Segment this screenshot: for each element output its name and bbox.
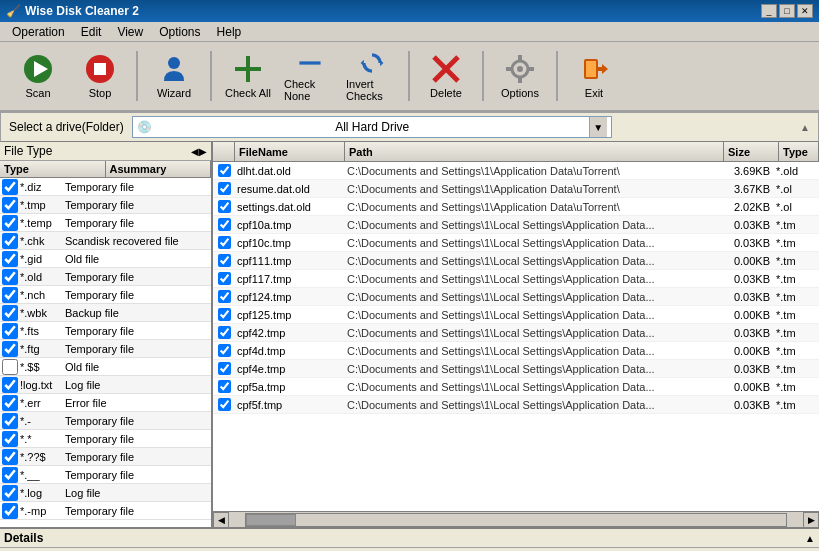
file-type-row[interactable]: *.$$ Old file (0, 358, 211, 376)
ft-checkbox[interactable] (2, 323, 18, 339)
row-check[interactable] (213, 344, 235, 357)
row-check[interactable] (213, 236, 235, 249)
file-type-row[interactable]: *.__ Temporary file (0, 466, 211, 484)
row-checkbox[interactable] (218, 290, 231, 303)
row-checkbox[interactable] (218, 398, 231, 411)
row-checkbox[interactable] (218, 164, 231, 177)
table-row[interactable]: cpf10c.tmp C:\Documents and Settings\1\L… (213, 234, 819, 252)
ft-checkbox[interactable] (2, 305, 18, 321)
scroll-up-arrow[interactable]: ▲ (800, 122, 810, 133)
row-check[interactable] (213, 200, 235, 213)
row-check[interactable] (213, 272, 235, 285)
scan-button[interactable]: Scan (8, 46, 68, 106)
ft-checkbox[interactable] (2, 467, 18, 483)
file-type-row[interactable]: *.chk Scandisk recovered file (0, 232, 211, 250)
menu-options[interactable]: Options (151, 23, 208, 41)
menu-help[interactable]: Help (209, 23, 250, 41)
ft-checkbox[interactable] (2, 485, 18, 501)
row-check[interactable] (213, 290, 235, 303)
row-checkbox[interactable] (218, 200, 231, 213)
table-row[interactable]: cpf111.tmp C:\Documents and Settings\1\L… (213, 252, 819, 270)
ft-checkbox[interactable] (2, 449, 18, 465)
row-checkbox[interactable] (218, 326, 231, 339)
row-check[interactable] (213, 218, 235, 231)
options-button[interactable]: Options (490, 46, 550, 106)
hscroll-thumb[interactable] (246, 514, 296, 526)
ft-checkbox[interactable] (2, 395, 18, 411)
ft-checkbox[interactable] (2, 287, 18, 303)
row-checkbox[interactable] (218, 182, 231, 195)
row-check[interactable] (213, 326, 235, 339)
file-type-row[interactable]: *.fts Temporary file (0, 322, 211, 340)
file-type-row[interactable]: *.diz Temporary file (0, 178, 211, 196)
hscroll-right[interactable]: ▶ (803, 512, 819, 528)
row-checkbox[interactable] (218, 362, 231, 375)
file-list-hscroll[interactable]: ◀ ▶ (213, 511, 819, 527)
file-type-row[interactable]: *.temp Temporary file (0, 214, 211, 232)
file-type-row[interactable]: *.gid Old file (0, 250, 211, 268)
delete-button[interactable]: Delete (416, 46, 476, 106)
check-all-button[interactable]: Check All (218, 46, 278, 106)
row-checkbox[interactable] (218, 380, 231, 393)
ft-checkbox[interactable] (2, 251, 18, 267)
row-checkbox[interactable] (218, 344, 231, 357)
row-checkbox[interactable] (218, 272, 231, 285)
file-type-row[interactable]: *.log Log file (0, 484, 211, 502)
row-check[interactable] (213, 398, 235, 411)
maximize-button[interactable]: □ (779, 4, 795, 18)
file-type-list[interactable]: *.diz Temporary file *.tmp Temporary fil… (0, 178, 211, 527)
menu-operation[interactable]: Operation (4, 23, 73, 41)
menu-view[interactable]: View (109, 23, 151, 41)
row-check[interactable] (213, 308, 235, 321)
file-type-row[interactable]: *.-mp Temporary file (0, 502, 211, 520)
table-row[interactable]: cpf4e.tmp C:\Documents and Settings\1\Lo… (213, 360, 819, 378)
close-button[interactable]: ✕ (797, 4, 813, 18)
table-row[interactable]: dlht.dat.old C:\Documents and Settings\1… (213, 162, 819, 180)
ft-checkbox[interactable] (2, 215, 18, 231)
ft-checkbox[interactable] (2, 341, 18, 357)
file-type-row[interactable]: *.err Error file (0, 394, 211, 412)
table-row[interactable]: cpf124.tmp C:\Documents and Settings\1\L… (213, 288, 819, 306)
ft-checkbox[interactable] (2, 359, 18, 375)
file-list-body[interactable]: dlht.dat.old C:\Documents and Settings\1… (213, 162, 819, 511)
exit-button[interactable]: Exit (564, 46, 624, 106)
ft-checkbox[interactable] (2, 377, 18, 393)
ft-checkbox[interactable] (2, 413, 18, 429)
row-check[interactable] (213, 362, 235, 375)
row-check[interactable] (213, 254, 235, 267)
file-type-row[interactable]: *.* Temporary file (0, 430, 211, 448)
drive-dropdown-arrow[interactable]: ▼ (589, 117, 607, 137)
menu-edit[interactable]: Edit (73, 23, 110, 41)
row-check[interactable] (213, 164, 235, 177)
row-checkbox[interactable] (218, 236, 231, 249)
table-row[interactable]: cpf42.tmp C:\Documents and Settings\1\Lo… (213, 324, 819, 342)
file-type-row[interactable]: *.wbk Backup file (0, 304, 211, 322)
row-check[interactable] (213, 182, 235, 195)
ft-checkbox[interactable] (2, 269, 18, 285)
row-checkbox[interactable] (218, 254, 231, 267)
minimize-button[interactable]: _ (761, 4, 777, 18)
table-row[interactable]: cpf117.tmp C:\Documents and Settings\1\L… (213, 270, 819, 288)
ft-checkbox[interactable] (2, 179, 18, 195)
file-type-row[interactable]: *.??$ Temporary file (0, 448, 211, 466)
table-row[interactable]: cpf125.tmp C:\Documents and Settings\1\L… (213, 306, 819, 324)
ft-checkbox[interactable] (2, 503, 18, 519)
ft-checkbox[interactable] (2, 197, 18, 213)
row-checkbox[interactable] (218, 218, 231, 231)
table-row[interactable]: resume.dat.old C:\Documents and Settings… (213, 180, 819, 198)
table-row[interactable]: cpf4d.tmp C:\Documents and Settings\1\Lo… (213, 342, 819, 360)
file-type-row[interactable]: *.nch Temporary file (0, 286, 211, 304)
stop-button[interactable]: Stop (70, 46, 130, 106)
row-checkbox[interactable] (218, 308, 231, 321)
left-panel-expand[interactable]: ◀▶ (191, 146, 207, 157)
ft-checkbox[interactable] (2, 233, 18, 249)
hscroll-track[interactable] (245, 513, 787, 527)
file-type-row[interactable]: *.ftg Temporary file (0, 340, 211, 358)
hscroll-left[interactable]: ◀ (213, 512, 229, 528)
table-row[interactable]: settings.dat.old C:\Documents and Settin… (213, 198, 819, 216)
check-none-button[interactable]: Check None (280, 46, 340, 106)
drive-combo[interactable]: 💿 All Hard Drive ▼ (132, 116, 612, 138)
wizard-button[interactable]: Wizard (144, 46, 204, 106)
ft-checkbox[interactable] (2, 431, 18, 447)
table-row[interactable]: cpf5a.tmp C:\Documents and Settings\1\Lo… (213, 378, 819, 396)
